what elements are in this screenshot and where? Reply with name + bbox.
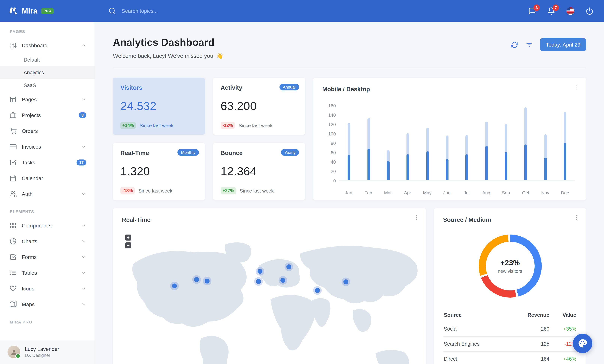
sidebar-item-label: Tasks [22, 160, 71, 165]
chevron-down-icon [81, 270, 86, 276]
x-tick-label: Sep [502, 190, 510, 196]
bar-mobile-feb[interactable] [367, 149, 370, 180]
power-icon [586, 7, 593, 15]
chevron-up-icon [81, 43, 86, 48]
bar-mobile-jul[interactable] [466, 154, 468, 180]
sidebar-item-label: Dashboard [22, 42, 76, 48]
stat-card-activity: ActivityAnnual63.200-12%Since last week [213, 78, 305, 135]
stat-note: Since last week [239, 123, 273, 128]
y-tick-label: 60 [322, 150, 336, 155]
sidebar-item-orders[interactable]: Orders [0, 123, 95, 139]
sidebar-subitem-analytics[interactable]: Analytics [0, 66, 95, 79]
language-button[interactable] [566, 7, 574, 15]
sidebar-item-projects[interactable]: Projects8 [0, 107, 95, 123]
bar-mobile-jun[interactable] [446, 159, 449, 180]
bar-mobile-nov[interactable] [544, 158, 547, 180]
search-box[interactable] [108, 7, 242, 15]
bar-mobile-apr[interactable] [406, 154, 409, 180]
map-zoom-in-button[interactable]: + [125, 235, 131, 240]
y-tick-label: 40 [322, 160, 336, 165]
stat-period-badge[interactable]: Monthly [178, 149, 199, 156]
sidebar-item-tasks[interactable]: Tasks17 [0, 155, 95, 170]
sidebar-item-components[interactable]: Components [0, 218, 95, 233]
list-icon [10, 269, 16, 276]
donut-center-value: +23% [500, 258, 520, 267]
sidebar-section-label: Mira Pro [0, 312, 95, 328]
sidebar-user[interactable]: Lucy Lavender UX Designer [0, 339, 95, 364]
chevron-down-icon [81, 239, 86, 244]
stat-title: Activity [221, 84, 242, 91]
sidebar-item-icons[interactable]: Icons [0, 281, 95, 296]
sidebar-item-forms[interactable]: Forms [0, 249, 95, 265]
bar-mobile-may[interactable] [426, 151, 429, 180]
map-marker[interactable] [258, 269, 263, 274]
cell-revenue: 260 [509, 322, 550, 336]
map-marker[interactable] [343, 279, 348, 284]
map-marker[interactable] [280, 278, 285, 283]
mira-logo-icon [8, 6, 18, 16]
sign-out-button[interactable] [586, 7, 593, 15]
map-marker[interactable] [315, 288, 320, 293]
bar-mobile-sep[interactable] [505, 152, 507, 180]
sidebar-subitem-default[interactable]: Default [0, 53, 95, 66]
sidebar-item-dashboard[interactable]: Dashboard [0, 38, 95, 53]
notifications-button[interactable]: 7 [547, 7, 555, 15]
users-icon [10, 191, 16, 197]
chevron-down-icon [81, 97, 86, 102]
sidebar-item-badge: 17 [76, 160, 87, 165]
chevron-down-icon [81, 286, 86, 291]
stat-value: 1.320 [120, 165, 197, 178]
sidebar-item-charts[interactable]: Charts [0, 233, 95, 249]
today-button[interactable]: Today: April 29 [540, 38, 586, 51]
map-zoom-out-button[interactable]: − [125, 242, 131, 248]
header-divider [113, 68, 586, 68]
bar-mobile-mar[interactable] [387, 161, 390, 180]
sidebar-subitem-saas[interactable]: SaaS [0, 79, 95, 92]
filter-button[interactable] [526, 41, 533, 48]
stat-card-real-time: Real-TimeMonthly1.320-18%Since last week [113, 143, 205, 200]
more-options-button[interactable] [413, 214, 420, 221]
sidebar-item-pages[interactable]: Pages [0, 92, 95, 107]
brand[interactable]: Mira PRO [0, 6, 95, 16]
map-marker[interactable] [256, 279, 261, 284]
messages-button[interactable]: 3 [528, 7, 536, 15]
notifications-count-badge: 7 [553, 4, 559, 11]
stat-period-badge[interactable]: Annual [279, 84, 299, 90]
map-marker[interactable] [286, 264, 291, 269]
flag-us-icon [566, 7, 574, 15]
bar-mobile-dec[interactable] [564, 143, 566, 180]
search-icon [108, 7, 116, 15]
bar-mobile-jan[interactable] [348, 155, 350, 180]
sidebar-item-label: Components [22, 223, 76, 228]
sidebar-item-label: Invoices [22, 144, 76, 150]
table-row-search-engines: Search Engines125-12% [443, 336, 577, 351]
refresh-button[interactable] [511, 41, 518, 48]
sidebar-item-calendar[interactable]: Calendar [0, 170, 95, 186]
stat-period-badge[interactable]: Yearly [281, 149, 299, 156]
sidebar-item-invoices[interactable]: Invoices [0, 139, 95, 155]
y-tick-label: 100 [322, 131, 336, 137]
col-header-source: Source [443, 308, 509, 322]
sidebar-item-label: Projects [22, 112, 74, 118]
sidebar-item-label: Orders [22, 128, 86, 134]
sidebar-item-tables[interactable]: Tables [0, 265, 95, 281]
source-card-title: Source / Medium [443, 216, 577, 223]
world-map[interactable]: + − [113, 230, 426, 364]
map-marker[interactable] [194, 277, 199, 282]
sidebar-nav: PagesDashboardDefaultAnalyticsSaaSPagesP… [0, 22, 95, 339]
map-marker[interactable] [205, 279, 210, 284]
sidebar-item-auth[interactable]: Auth [0, 186, 95, 202]
bar-mobile-oct[interactable] [524, 144, 527, 180]
x-tick-label: Oct [522, 190, 529, 196]
map-marker[interactable] [172, 284, 177, 289]
map-icon [10, 301, 16, 308]
search-input[interactable] [121, 8, 242, 14]
more-options-button[interactable] [573, 214, 580, 221]
sidebar-section-label: Pages [0, 22, 95, 38]
more-options-button[interactable] [573, 84, 580, 90]
stat-title: Real-Time [120, 150, 149, 156]
sidebar-item-maps[interactable]: Maps [0, 296, 95, 312]
theme-settings-fab[interactable] [573, 334, 592, 353]
x-tick-label: Jul [464, 190, 469, 196]
bar-mobile-aug[interactable] [485, 146, 488, 180]
